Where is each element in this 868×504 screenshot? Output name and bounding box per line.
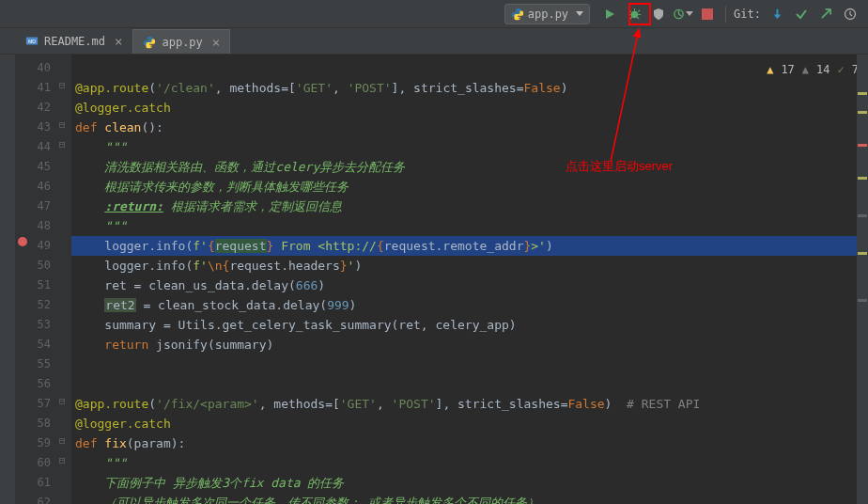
coverage-button[interactable] [648, 4, 669, 24]
close-icon[interactable]: × [212, 35, 220, 50]
code-line: 下面例子中 异步触发3个fix data 的任务 [71, 473, 868, 493]
line-number-gutter: 4041424344 4546474849 5051525354 5556575… [15, 55, 56, 504]
code-line: @app.route('/fix/<param>', methods=['GET… [71, 394, 868, 414]
editor-tabs: MD README.md × app.py × [0, 28, 868, 55]
git-label: Git: [734, 8, 761, 21]
fold-marker[interactable]: ⊟ [59, 118, 66, 131]
code-line: def fix(param): [71, 433, 868, 453]
code-line: ret = clean_us_data.delay(666) [71, 276, 868, 295]
separator [725, 6, 726, 23]
code-line: """ [71, 453, 868, 473]
run-config-selector[interactable]: app.py [504, 4, 590, 24]
code-line: ret2 = clean_stock_data.delay(999) [71, 295, 868, 315]
code-editor[interactable]: 4041424344 4546474849 5051525354 5556575… [0, 55, 868, 504]
annotation-text: 点击这里启动server [566, 158, 673, 175]
run-config-label: app.py [528, 8, 568, 21]
weak-warning-count: 14 [816, 60, 829, 80]
fold-gutter: ⊟ ⊟ ⊟ ⊟ ⊟ ⊟ [56, 55, 71, 504]
svg-rect-2 [702, 8, 713, 20]
fold-marker[interactable]: ⊟ [59, 138, 66, 150]
code-line: @logger.catch [71, 414, 868, 433]
python-icon [511, 8, 524, 21]
fold-marker[interactable]: ⊟ [59, 434, 66, 447]
typo-icon: ✓ [838, 60, 845, 80]
warning-icon: ▲ [767, 60, 773, 80]
main-toolbar: app.py Git: [0, 0, 868, 28]
annotation-arrow [582, 25, 676, 166]
svg-line-6 [611, 29, 639, 162]
svg-text:MD: MD [28, 38, 36, 43]
tab-readme[interactable]: MD README.md × [15, 29, 132, 54]
code-line: logger.info(f'\n{request.headers}') [71, 256, 868, 276]
markdown-icon: MD [25, 34, 39, 50]
close-icon[interactable]: × [115, 34, 122, 49]
inspection-widget[interactable]: ▲17 ▲14 ✓7 [767, 60, 859, 80]
code-area[interactable]: ▲17 ▲14 ✓7 @app.route('/clean', methods=… [71, 55, 868, 504]
run-button[interactable] [599, 4, 620, 24]
weak-warning-icon: ▲ [802, 60, 809, 80]
code-line-highlighted: logger.info(f'{request} From <http://{re… [71, 236, 868, 256]
breakpoint-icon[interactable] [18, 237, 27, 246]
code-line: return jsonify(summary) [71, 335, 868, 354]
code-line [71, 374, 868, 394]
git-history-button[interactable] [840, 4, 860, 24]
profile-button[interactable] [673, 4, 693, 24]
git-commit-button[interactable] [791, 4, 812, 24]
git-update-button[interactable] [767, 4, 787, 24]
fold-marker[interactable]: ⊟ [59, 79, 66, 91]
tab-label: README.md [44, 35, 105, 48]
git-push-button[interactable] [815, 4, 836, 24]
code-line [71, 354, 868, 374]
tab-app-py[interactable]: app.py × [132, 29, 230, 54]
code-line: summary = Utils.get_celery_task_summary(… [71, 315, 868, 335]
code-line: （可以异步触发多次同一个任务，传不同参数； 或者异步触发多个不同的任务） [71, 493, 868, 504]
chevron-down-icon [576, 11, 583, 16]
code-line [71, 58, 868, 78]
tab-label: app.py [162, 36, 202, 49]
fold-marker[interactable]: ⊟ [59, 454, 66, 466]
code-line: @app.route('/clean', methods=['GET', 'PO… [71, 78, 868, 98]
code-line: 清洗数据相关路由、函数，通过celery异步去分配任务 [71, 157, 868, 177]
code-line: """ [71, 137, 868, 157]
python-icon [143, 36, 156, 49]
code-line: """ [71, 216, 868, 236]
code-line: :return: 根据请求者需求，定制返回信息 [71, 197, 868, 216]
fold-marker[interactable]: ⊟ [59, 395, 66, 407]
code-line: @logger.catch [71, 98, 868, 118]
scrollbar-right[interactable] [857, 55, 868, 504]
warning-count: 17 [781, 60, 794, 80]
annotation-highlight-box [628, 3, 651, 25]
stop-button[interactable] [697, 4, 718, 24]
left-gutter-strip [0, 55, 15, 504]
code-line: def clean(): [71, 118, 868, 137]
code-line: 根据请求传来的参数，判断具体触发哪些任务 [71, 177, 868, 197]
